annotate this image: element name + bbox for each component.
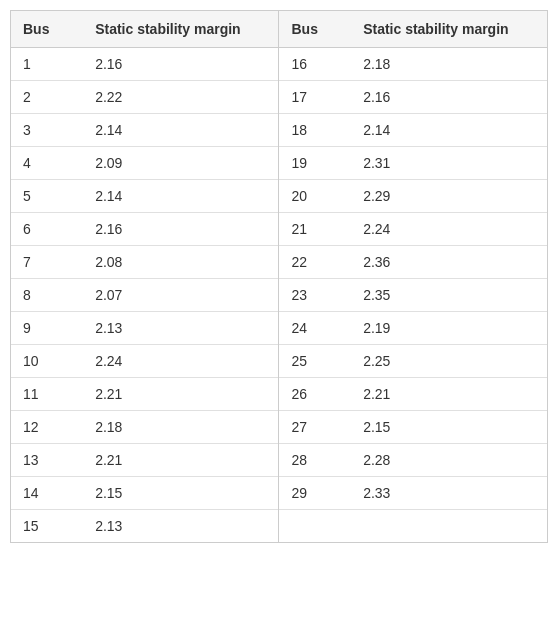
header-margin2: Static stability margin <box>351 11 547 48</box>
cell-bus1: 5 <box>11 180 83 213</box>
cell-margin2: 2.16 <box>351 81 547 114</box>
cell-bus2: 28 <box>279 444 351 477</box>
cell-margin1: 2.09 <box>83 147 279 180</box>
cell-margin2: 2.35 <box>351 279 547 312</box>
table-row: 52.14202.29 <box>11 180 547 213</box>
cell-bus1: 8 <box>11 279 83 312</box>
cell-bus1: 15 <box>11 510 83 543</box>
table-row: 132.21282.28 <box>11 444 547 477</box>
cell-margin2: 2.19 <box>351 312 547 345</box>
header-bus1: Bus <box>11 11 83 48</box>
table-row: 102.24252.25 <box>11 345 547 378</box>
cell-bus1: 13 <box>11 444 83 477</box>
cell-margin2 <box>351 510 547 543</box>
table-row: 72.08222.36 <box>11 246 547 279</box>
cell-bus1: 7 <box>11 246 83 279</box>
cell-margin1: 2.08 <box>83 246 279 279</box>
cell-margin2: 2.29 <box>351 180 547 213</box>
cell-margin2: 2.18 <box>351 48 547 81</box>
cell-bus1: 11 <box>11 378 83 411</box>
cell-margin2: 2.25 <box>351 345 547 378</box>
cell-bus2: 23 <box>279 279 351 312</box>
cell-bus2: 18 <box>279 114 351 147</box>
cell-bus1: 1 <box>11 48 83 81</box>
cell-margin2: 2.14 <box>351 114 547 147</box>
cell-bus1: 14 <box>11 477 83 510</box>
cell-margin1: 2.14 <box>83 114 279 147</box>
cell-bus2: 17 <box>279 81 351 114</box>
cell-margin2: 2.15 <box>351 411 547 444</box>
cell-margin2: 2.21 <box>351 378 547 411</box>
cell-bus1: 4 <box>11 147 83 180</box>
cell-bus2: 25 <box>279 345 351 378</box>
cell-bus2: 24 <box>279 312 351 345</box>
cell-margin1: 2.16 <box>83 213 279 246</box>
cell-bus2: 20 <box>279 180 351 213</box>
table-row: 12.16162.18 <box>11 48 547 81</box>
table-row: 82.07232.35 <box>11 279 547 312</box>
cell-bus2 <box>279 510 351 543</box>
cell-margin2: 2.24 <box>351 213 547 246</box>
cell-margin1: 2.07 <box>83 279 279 312</box>
header-margin1: Static stability margin <box>83 11 279 48</box>
table-row: 62.16212.24 <box>11 213 547 246</box>
cell-margin1: 2.24 <box>83 345 279 378</box>
table-row: 122.18272.15 <box>11 411 547 444</box>
table-row: 142.15292.33 <box>11 477 547 510</box>
table-row: 42.09192.31 <box>11 147 547 180</box>
header-bus2: Bus <box>279 11 351 48</box>
cell-bus2: 16 <box>279 48 351 81</box>
cell-margin1: 2.15 <box>83 477 279 510</box>
table-header-row: Bus Static stability margin Bus Static s… <box>11 11 547 48</box>
cell-margin1: 2.13 <box>83 510 279 543</box>
table-row: 22.22172.16 <box>11 81 547 114</box>
cell-bus1: 9 <box>11 312 83 345</box>
table-row: 152.13 <box>11 510 547 543</box>
cell-margin1: 2.21 <box>83 378 279 411</box>
table-row: 112.21262.21 <box>11 378 547 411</box>
cell-margin1: 2.18 <box>83 411 279 444</box>
cell-bus1: 6 <box>11 213 83 246</box>
cell-margin1: 2.14 <box>83 180 279 213</box>
cell-margin1: 2.21 <box>83 444 279 477</box>
table-row: 92.13242.19 <box>11 312 547 345</box>
cell-margin1: 2.13 <box>83 312 279 345</box>
cell-margin2: 2.31 <box>351 147 547 180</box>
cell-margin2: 2.28 <box>351 444 547 477</box>
cell-bus1: 3 <box>11 114 83 147</box>
cell-bus2: 21 <box>279 213 351 246</box>
cell-margin2: 2.33 <box>351 477 547 510</box>
cell-bus1: 10 <box>11 345 83 378</box>
cell-bus1: 12 <box>11 411 83 444</box>
cell-bus2: 19 <box>279 147 351 180</box>
stability-margin-table: Bus Static stability margin Bus Static s… <box>10 10 548 543</box>
cell-margin2: 2.36 <box>351 246 547 279</box>
cell-bus1: 2 <box>11 81 83 114</box>
cell-margin1: 2.16 <box>83 48 279 81</box>
cell-bus2: 26 <box>279 378 351 411</box>
cell-bus2: 22 <box>279 246 351 279</box>
cell-bus2: 29 <box>279 477 351 510</box>
table-row: 32.14182.14 <box>11 114 547 147</box>
cell-margin1: 2.22 <box>83 81 279 114</box>
cell-bus2: 27 <box>279 411 351 444</box>
